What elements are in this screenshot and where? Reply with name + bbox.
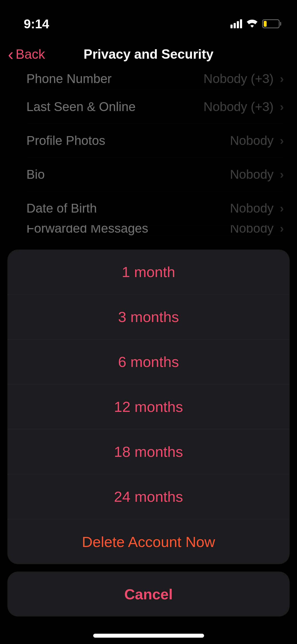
battery-level: 20 xyxy=(268,20,274,27)
status-time: 9:14 xyxy=(24,17,49,31)
cancel-button[interactable]: Cancel xyxy=(7,572,290,617)
back-button[interactable]: ‹ Back xyxy=(8,46,45,63)
action-option-1-month[interactable]: 1 month xyxy=(7,250,290,295)
action-option-24-months[interactable]: 24 months xyxy=(7,474,290,519)
action-option-18-months[interactable]: 18 months xyxy=(7,429,290,474)
page-title: Privacy and Security xyxy=(84,47,214,62)
wifi-icon xyxy=(246,19,258,29)
action-option-6-months[interactable]: 6 months xyxy=(7,339,290,384)
back-button-label: Back xyxy=(16,47,45,62)
chevron-left-icon: ‹ xyxy=(8,46,13,63)
home-indicator[interactable] xyxy=(93,634,204,638)
cellular-signal-icon xyxy=(230,19,242,28)
battery-indicator: 20 xyxy=(262,19,281,28)
delete-account-now-button[interactable]: Delete Account Now xyxy=(7,519,290,564)
navigation-bar: ‹ Back Privacy and Security xyxy=(0,37,297,71)
status-bar: 9:14 20 xyxy=(0,0,297,37)
status-indicators: 20 xyxy=(230,19,281,29)
action-option-3-months[interactable]: 3 months xyxy=(7,295,290,339)
action-option-12-months[interactable]: 12 months xyxy=(7,384,290,429)
action-sheet: 1 month 3 months 6 months 12 months 18 m… xyxy=(7,250,290,617)
